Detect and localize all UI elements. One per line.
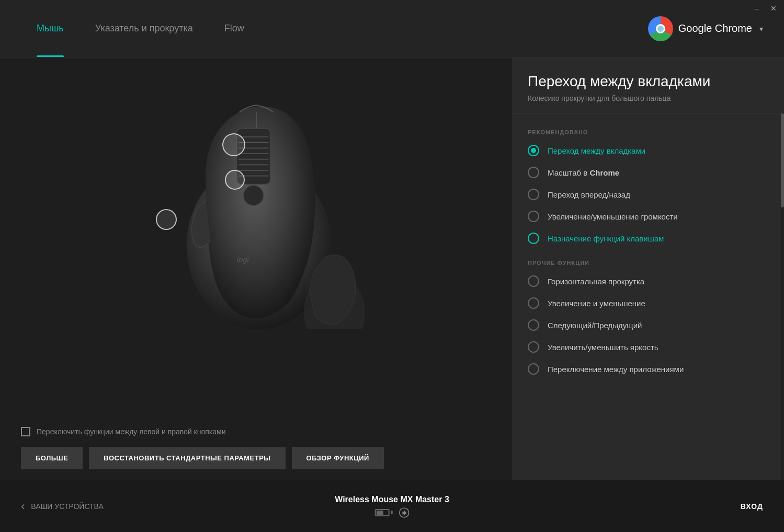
tab-pointer[interactable]: Указатель и прокрутка <box>79 0 209 57</box>
svg-text:logi: logi <box>236 255 249 264</box>
device-name: Wireless Mouse MX Master 3 <box>335 495 449 504</box>
hotspot-side-button[interactable] <box>156 209 177 230</box>
footer: ‹ ВАШИ УСТРОЙСТВА Wireless Mouse MX Mast… <box>0 480 784 532</box>
switch-checkbox[interactable] <box>21 427 30 436</box>
radio-brightness <box>528 341 539 353</box>
option-label-next-prev: Следующий/Предыдущий <box>548 321 642 330</box>
scrollbar-track <box>781 113 784 480</box>
options-list: РЕКОМЕНДОВАНО Переход между вкладками Ма… <box>512 113 784 480</box>
option-zoom-chrome[interactable]: Масштаб в Chrome <box>512 161 784 183</box>
radio-next-prev <box>528 319 539 331</box>
section-other: ПРОЧИЕ ФУНКЦИИ <box>512 255 784 270</box>
option-label-volume: Увеличение/уменьшение громкости <box>548 212 678 221</box>
tab-mouse[interactable]: Мышь <box>21 0 79 57</box>
option-label-app-switch: Переключение между приложениями <box>548 365 684 374</box>
back-label: ВАШИ УСТРОЙСТВА <box>31 502 103 511</box>
radio-inner-tab-switch <box>531 148 536 153</box>
back-arrow-icon: ‹ <box>21 500 25 513</box>
radio-app-switch <box>528 363 539 375</box>
footer-center: Wireless Mouse MX Master 3 ✱ <box>335 495 449 518</box>
option-brightness[interactable]: Увеличить/уменьшить яркость <box>512 336 784 358</box>
tab-flow[interactable]: Flow <box>209 0 260 57</box>
switch-label: Переключить функции между левой и правой… <box>37 427 225 436</box>
mouse-container: logi <box>120 78 392 329</box>
right-panel: Переход между вкладками Колесико прокрут… <box>512 57 784 480</box>
battery-tip <box>391 511 392 514</box>
option-volume[interactable]: Увеличение/уменьшение громкости <box>512 205 784 227</box>
option-nav-forward[interactable]: Переход вперед/назад <box>512 183 784 205</box>
app-name: Google Chrome <box>678 22 752 34</box>
close-button[interactable]: ✕ <box>769 4 778 13</box>
option-label-nav-forward: Переход вперед/назад <box>548 190 630 199</box>
option-horiz-scroll[interactable]: Горизонтальная прокрутка <box>512 270 784 292</box>
radio-key-assign <box>528 233 539 244</box>
chevron-down-icon: ▾ <box>759 25 763 33</box>
title-bar: – ✕ <box>746 0 784 17</box>
minimize-button[interactable]: – <box>753 4 761 13</box>
panel-subtitle: Колесико прокрутки для большого пальца <box>528 94 768 102</box>
svg-point-10 <box>243 186 263 205</box>
radio-zoom-chrome <box>528 167 539 178</box>
option-key-assign[interactable]: Назначение функций клавишам <box>512 227 784 249</box>
scrollbar-thumb[interactable] <box>781 113 784 207</box>
panel-title: Переход между вкладками <box>528 73 768 90</box>
bluetooth-icon: ✱ <box>399 507 409 518</box>
option-next-prev[interactable]: Следующий/Предыдущий <box>512 314 784 336</box>
option-label-key-assign: Назначение функций клавишам <box>548 234 664 243</box>
radio-nav-forward <box>528 189 539 200</box>
left-panel: logi Переключить функции между левой и п… <box>0 57 512 480</box>
option-label-horiz-scroll: Горизонтальная прокрутка <box>548 277 644 286</box>
radio-zoom-inout <box>528 297 539 309</box>
option-label-zoom-chrome: Масштаб в Chrome <box>548 168 619 177</box>
option-label-zoom-inout: Увеличение и уменьшение <box>548 299 645 308</box>
radio-horiz-scroll <box>528 275 539 287</box>
panel-header: Переход между вкладками Колесико прокрут… <box>512 57 784 113</box>
option-tab-switch[interactable]: Переход между вкладками <box>512 140 784 161</box>
mouse-illustration: logi <box>120 78 392 329</box>
top-nav: Мышь Указатель и прокрутка Flow Google C… <box>0 0 784 57</box>
overview-button[interactable]: ОБЗОР ФУНКЦИЙ <box>292 447 384 469</box>
hotspot-scroll-wheel[interactable] <box>222 133 245 156</box>
option-label-tab-switch: Переход между вкладками <box>548 146 645 155</box>
more-button[interactable]: БОЛЬШЕ <box>21 447 83 469</box>
option-label-brightness: Увеличить/уменьшить яркость <box>548 343 658 352</box>
battery-body <box>374 509 389 516</box>
svg-text:✱: ✱ <box>401 510 406 517</box>
restore-button[interactable]: ВОССТАНОВИТЬ СТАНДАРТНЫЕ ПАРАМЕТРЫ <box>89 447 285 469</box>
option-app-switch[interactable]: Переключение между приложениями <box>512 358 784 380</box>
main-content: logi Переключить функции между левой и п… <box>0 57 784 480</box>
app-selector[interactable]: Google Chrome ▾ <box>648 16 763 41</box>
action-buttons: БОЛЬШЕ ВОССТАНОВИТЬ СТАНДАРТНЫЕ ПАРАМЕТР… <box>21 447 491 469</box>
switch-buttons-row: Переключить функции между левой и правой… <box>21 427 491 436</box>
hotspot-middle-button[interactable] <box>225 170 245 190</box>
section-recommended: РЕКОМЕНДОВАНО <box>512 124 784 140</box>
chrome-icon <box>648 16 673 41</box>
radio-tab-switch <box>528 145 539 156</box>
device-icons: ✱ <box>374 507 409 518</box>
back-button[interactable]: ‹ ВАШИ УСТРОЙСТВА <box>21 500 104 513</box>
bottom-controls: Переключить функции между левой и правой… <box>0 417 512 480</box>
option-zoom-inout[interactable]: Увеличение и уменьшение <box>512 292 784 314</box>
radio-volume <box>528 211 539 222</box>
chrome-icon-inner <box>656 24 665 33</box>
battery-icon <box>374 509 392 516</box>
battery-fill <box>376 511 383 515</box>
login-button[interactable]: ВХОД <box>741 502 763 511</box>
